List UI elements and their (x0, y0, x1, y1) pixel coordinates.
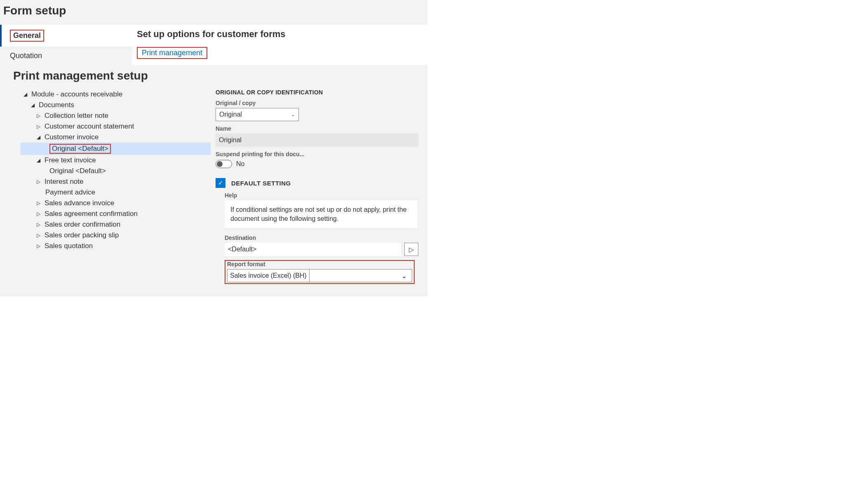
label-default-setting: DEFAULT SETTING (231, 180, 291, 187)
label-name: Name (216, 125, 418, 132)
label-report-format: Report format (227, 261, 412, 267)
tree-customer-invoice-original[interactable]: Original <Default> (21, 143, 211, 155)
label-help: Help (225, 192, 418, 199)
tab-general[interactable]: General (0, 25, 132, 47)
checkbox-default-setting[interactable]: ✓ (216, 178, 225, 188)
tree-collection-letter-note[interactable]: ▷ Collection letter note (21, 110, 211, 121)
tree-sales-advance-invoice[interactable]: ▷ Sales advance invoice (21, 198, 211, 209)
caret-right-icon: ▷ (35, 179, 41, 185)
caret-right-icon: ▷ (35, 211, 41, 217)
pm-tree: ◢ Module - accounts receivable ◢ Documen… (4, 89, 211, 284)
help-text: If conditional settings are not set up o… (225, 200, 418, 228)
input-name[interactable]: Original (216, 134, 418, 147)
tree-payment-advice[interactable]: Payment advice (21, 187, 211, 198)
tab-general-label: General (10, 30, 44, 42)
tree-free-text-invoice-original[interactable]: Original <Default> (21, 166, 211, 176)
section-original-copy-identification: ORIGINAL OR COPY IDENTIFICATION (216, 89, 418, 96)
destination-lookup-button[interactable]: ▷ (404, 243, 418, 256)
page-title: Form setup (3, 4, 424, 17)
select-original-copy[interactable]: Original ⌄ (216, 108, 299, 121)
print-management-link[interactable]: Print management (137, 47, 207, 59)
label-original-copy: Original / copy (216, 100, 418, 106)
caret-down-icon: ◢ (35, 157, 41, 163)
select-report-format[interactable]: Sales invoice (Excel) (BH) (227, 269, 309, 282)
tree-customer-invoice[interactable]: ◢ Customer invoice (21, 132, 211, 143)
tree-sales-agreement-confirmation[interactable]: ▷ Sales agreement confirmation (21, 209, 211, 219)
tree-sales-order-confirmation[interactable]: ▷ Sales order confirmation (21, 219, 211, 230)
tree-documents[interactable]: ◢ Documents (21, 100, 211, 110)
label-destination: Destination (225, 234, 418, 241)
tree-sales-quotation[interactable]: ▷ Sales quotation (21, 241, 211, 251)
select-report-format-dropdown[interactable]: ⌄ (309, 269, 412, 282)
caret-right-icon: ▷ (35, 113, 41, 119)
caret-down-icon: ◢ (22, 91, 28, 97)
chevron-down-icon: ⌄ (401, 272, 407, 280)
caret-right-icon: ▷ (35, 222, 41, 227)
main-heading: Set up options for customer forms (137, 29, 422, 40)
play-icon: ▷ (409, 246, 414, 253)
caret-right-icon: ▷ (35, 243, 41, 249)
tree-customer-account-statement[interactable]: ▷ Customer account statement (21, 121, 211, 132)
tree-interest-note[interactable]: ▷ Interest note (21, 176, 211, 187)
caret-right-icon: ▷ (35, 232, 41, 238)
caret-down-icon: ◢ (30, 102, 35, 108)
caret-right-icon: ▷ (35, 200, 41, 206)
input-destination[interactable]: <Default> (225, 243, 401, 256)
check-icon: ✓ (218, 179, 223, 187)
tab-quotation-label: Quotation (10, 52, 42, 60)
toggle-suspend-value: No (236, 160, 244, 168)
pm-setup-title: Print management setup (13, 69, 423, 82)
chevron-down-icon: ⌄ (291, 112, 295, 117)
tree-module[interactable]: ◢ Module - accounts receivable (21, 89, 211, 100)
tree-free-text-invoice[interactable]: ◢ Free text invoice (21, 155, 211, 166)
tree-sales-order-packing-slip[interactable]: ▷ Sales order packing slip (21, 230, 211, 241)
label-suspend-printing: Suspend printing for this docu... (216, 151, 418, 157)
caret-down-icon: ◢ (35, 134, 41, 140)
caret-right-icon: ▷ (35, 124, 41, 129)
tab-quotation[interactable]: Quotation (0, 47, 132, 65)
toggle-suspend-printing[interactable] (216, 160, 232, 168)
